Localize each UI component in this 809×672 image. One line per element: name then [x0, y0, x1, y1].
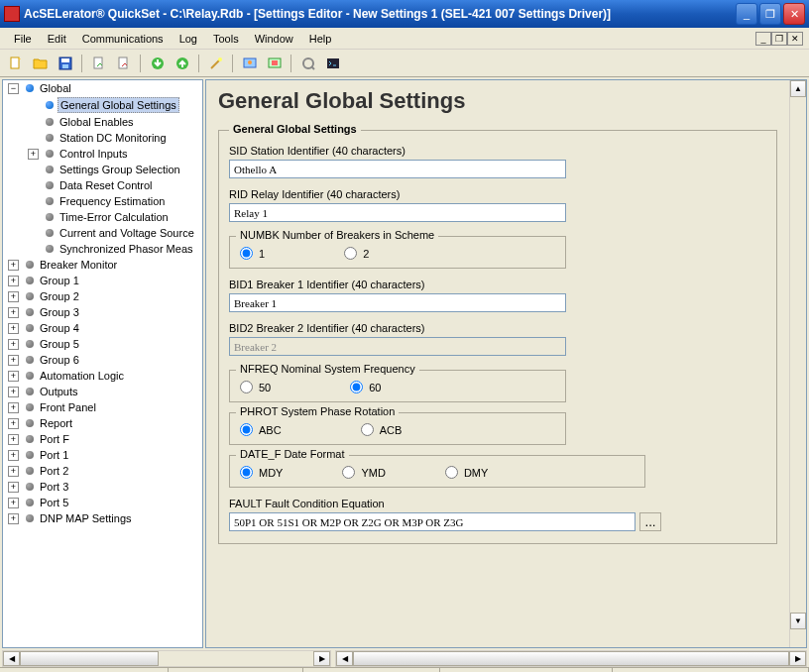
- tree-item[interactable]: Synchronized Phasor Meas: [58, 242, 195, 256]
- open-icon[interactable]: [29, 52, 52, 74]
- tree-item[interactable]: Group 3: [38, 305, 81, 319]
- nfreq-60-radio[interactable]: 60: [350, 381, 381, 393]
- tree-item[interactable]: Breaker Monitor: [38, 258, 119, 272]
- navigation-tree[interactable]: − Global General Global SettingsGlobal E…: [2, 79, 203, 648]
- tool1-icon[interactable]: [296, 52, 319, 74]
- tree-item[interactable]: Current and Voltage Source: [58, 226, 196, 240]
- tree-expand-icon[interactable]: +: [8, 307, 19, 318]
- tree-expand-icon[interactable]: +: [8, 323, 19, 334]
- tree-item[interactable]: Time-Error Calculation: [58, 210, 171, 224]
- down-icon[interactable]: [146, 52, 169, 74]
- tree-item[interactable]: DNP MAP Settings: [38, 511, 134, 525]
- tree-expand-icon[interactable]: +: [8, 466, 19, 477]
- maximize-button[interactable]: ❐: [759, 3, 781, 25]
- nfreq-50-radio[interactable]: 50: [240, 381, 271, 393]
- doc2-icon[interactable]: [112, 52, 135, 74]
- scroll-left-icon[interactable]: ◀: [3, 651, 20, 666]
- phrot-acb-radio[interactable]: ACB: [361, 423, 403, 436]
- tree-expand-icon[interactable]: +: [8, 513, 19, 524]
- doc1-icon[interactable]: [87, 52, 110, 74]
- main-hscroll[interactable]: ◀ ▶: [335, 650, 807, 667]
- menu-window[interactable]: Window: [247, 31, 301, 47]
- mdi-minimize-button[interactable]: _: [755, 32, 771, 46]
- tree-item[interactable]: Automation Logic: [38, 369, 126, 383]
- svg-rect-0: [11, 57, 19, 68]
- up-icon[interactable]: [171, 52, 193, 74]
- tree-item[interactable]: General Global Settings: [58, 97, 179, 113]
- tree-item[interactable]: Frequency Estimation: [58, 194, 167, 208]
- datef-mdy-radio[interactable]: MDY: [240, 466, 283, 479]
- menu-edit[interactable]: Edit: [40, 31, 74, 47]
- scroll-right-icon[interactable]: ▶: [789, 651, 806, 666]
- tree-hscroll[interactable]: ◀ ▶: [2, 650, 331, 667]
- tree-expand-icon[interactable]: +: [8, 450, 19, 461]
- scroll-up-icon[interactable]: ▲: [790, 80, 806, 97]
- svg-point-8: [218, 57, 222, 61]
- tree-expand-icon[interactable]: +: [8, 418, 19, 429]
- scroll-down-icon[interactable]: ▼: [790, 613, 806, 629]
- tree-item[interactable]: Group 2: [38, 289, 81, 303]
- tree-item[interactable]: Front Panel: [38, 400, 98, 414]
- datef-ymd-radio[interactable]: YMD: [342, 466, 385, 479]
- tree-expand-icon[interactable]: +: [8, 355, 19, 366]
- fault-browse-button[interactable]: ...: [639, 512, 661, 531]
- tree-item[interactable]: Group 6: [38, 353, 81, 367]
- scroll-left-icon[interactable]: ◀: [336, 651, 353, 666]
- numbk-1-radio[interactable]: 1: [240, 247, 265, 260]
- tree-expand-icon[interactable]: +: [8, 371, 19, 382]
- menu-communications[interactable]: Communications: [74, 31, 172, 47]
- tree-item[interactable]: Group 5: [38, 337, 81, 351]
- wand-icon[interactable]: [204, 52, 227, 74]
- tree-item[interactable]: Port F: [38, 432, 71, 446]
- tree-expand-icon[interactable]: +: [8, 387, 19, 397]
- mdi-close-button[interactable]: ✕: [787, 32, 803, 46]
- terminal-icon[interactable]: [321, 52, 344, 74]
- phrot-abc-radio[interactable]: ABC: [240, 423, 282, 436]
- vertical-scrollbar[interactable]: ▲ ▼: [789, 80, 806, 647]
- hmi1-icon[interactable]: [238, 52, 261, 74]
- tree-expand-icon[interactable]: +: [8, 291, 19, 302]
- tree-item[interactable]: Data Reset Control: [58, 178, 155, 192]
- menu-help[interactable]: Help: [301, 31, 340, 47]
- fault-input[interactable]: [229, 512, 636, 531]
- bid1-input[interactable]: [229, 293, 566, 312]
- tree-expand-icon[interactable]: +: [8, 402, 19, 413]
- tree-expand-icon[interactable]: +: [8, 434, 19, 445]
- menu-tools[interactable]: Tools: [205, 31, 247, 47]
- menu-log[interactable]: Log: [172, 31, 205, 47]
- tree-expand-icon[interactable]: +: [8, 498, 19, 508]
- menu-file[interactable]: File: [6, 31, 40, 47]
- tree-expand-icon[interactable]: +: [28, 149, 39, 160]
- close-button[interactable]: ✕: [783, 3, 805, 25]
- scroll-right-icon[interactable]: ▶: [313, 651, 330, 666]
- tree-collapse-icon[interactable]: −: [8, 83, 19, 94]
- scroll-thumb[interactable]: [353, 651, 789, 666]
- tree-item[interactable]: Group 4: [38, 321, 81, 335]
- rid-input[interactable]: [229, 203, 566, 222]
- datef-dmy-radio[interactable]: DMY: [445, 466, 488, 479]
- tree-expand-icon[interactable]: +: [8, 482, 19, 493]
- minimize-button[interactable]: _: [736, 3, 757, 25]
- tree-item[interactable]: Station DC Monitoring: [58, 131, 169, 145]
- new-icon[interactable]: [4, 52, 27, 74]
- hmi2-icon[interactable]: [263, 52, 286, 74]
- tree-expand-icon[interactable]: +: [8, 339, 19, 350]
- mdi-restore-button[interactable]: ❐: [771, 32, 787, 46]
- tree-node-global[interactable]: Global: [38, 81, 73, 95]
- tree-item[interactable]: Global Enables: [58, 115, 136, 129]
- tree-item[interactable]: Control Inputs: [58, 147, 129, 161]
- tree-item[interactable]: Port 5: [38, 496, 70, 509]
- tree-item[interactable]: Settings Group Selection: [58, 163, 182, 176]
- tree-item[interactable]: Port 2: [38, 464, 70, 478]
- tree-item[interactable]: Outputs: [38, 385, 80, 398]
- sid-input[interactable]: [229, 160, 566, 178]
- tree-item[interactable]: Report: [38, 416, 74, 430]
- scroll-thumb[interactable]: [20, 651, 159, 666]
- tree-item[interactable]: Port 1: [38, 448, 70, 462]
- tree-expand-icon[interactable]: +: [8, 260, 19, 271]
- tree-expand-icon[interactable]: +: [8, 276, 19, 286]
- save-icon[interactable]: [54, 52, 76, 74]
- numbk-2-radio[interactable]: 2: [344, 247, 369, 260]
- tree-item[interactable]: Port 3: [38, 480, 70, 494]
- tree-item[interactable]: Group 1: [38, 274, 81, 287]
